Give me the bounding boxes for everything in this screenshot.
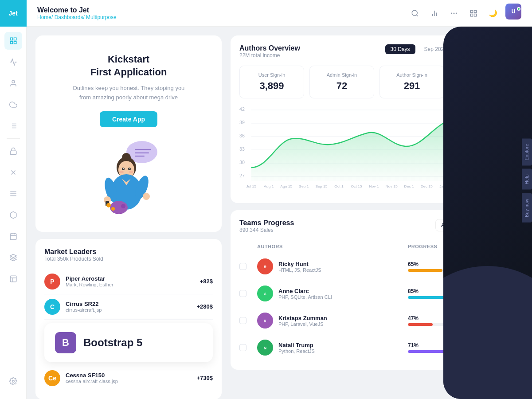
svg-point-48 <box>119 171 124 173</box>
svg-text:27: 27 <box>239 173 245 178</box>
side-label-explore[interactable]: Explore <box>522 138 532 165</box>
svg-point-42 <box>122 153 131 162</box>
author-info: Anne Clarc PHP, SQLite, Artisan CLI <box>278 288 332 300</box>
market-logo-item3: Ce <box>44 370 60 386</box>
search-icon[interactable] <box>408 6 422 20</box>
svg-rect-35 <box>474 14 477 16</box>
svg-text:Dec 15: Dec 15 <box>421 184 433 188</box>
svg-text:Aug 1: Aug 1 <box>264 184 274 188</box>
teams-subtitle: 890,344 Sales <box>239 227 294 233</box>
market-item-piper: P Piper Aerostar Mark, Rowling, Esther +… <box>44 269 213 294</box>
sidebar-divider <box>7 138 20 139</box>
author-name: Ricky Hunt <box>278 261 321 267</box>
svg-rect-1 <box>14 38 16 40</box>
market-leaders-subtitle: Total 350k Products Sold <box>44 256 213 262</box>
row-checkbox[interactable] <box>239 317 246 324</box>
breadcrumb-multipurpose: Multipurpose <box>86 14 117 20</box>
header-left: Welcome to Jet Home/ Dashboards/ Multipu… <box>37 6 117 20</box>
author-info: Kristaps Zumman PHP, Laravel, VueJS <box>278 315 327 327</box>
author-info: Natali Trump Python, ReactJS <box>278 342 315 354</box>
sidebar-icons <box>4 27 22 371</box>
svg-text:K: K <box>264 319 266 323</box>
sidebar-item-layers[interactable] <box>4 249 22 266</box>
team-author: K Kristaps Zumman PHP, Laravel, VueJS <box>257 313 408 329</box>
online-indicator <box>517 7 520 11</box>
progress-bar-fill <box>408 323 433 326</box>
market-item-item3: Ce Cessna SF150 cessna-aircraft-class.js… <box>44 366 213 391</box>
kickstart-title: KickstartFirst Application <box>90 53 167 78</box>
row-checkbox[interactable] <box>239 344 246 351</box>
breadcrumb: Home/ Dashboards/ Multipurpose <box>37 14 117 20</box>
breadcrumb-dashboards[interactable]: Dashboards/ <box>55 14 85 20</box>
settings-icon[interactable] <box>447 6 461 20</box>
logo[interactable]: Jet <box>0 0 27 27</box>
svg-point-23 <box>12 380 14 383</box>
sidebar-item-grid[interactable] <box>4 32 22 50</box>
svg-text:Oct 1: Oct 1 <box>334 184 344 188</box>
svg-text:30: 30 <box>239 160 245 165</box>
teams-title: Teams Progress <box>239 219 294 227</box>
author-tech: PHP, Laravel, VueJS <box>278 321 327 327</box>
sidebar-item-lock[interactable] <box>4 142 22 160</box>
svg-rect-34 <box>470 14 473 16</box>
svg-point-55 <box>143 193 150 200</box>
tab-30days[interactable]: 30 Days <box>385 44 415 54</box>
svg-rect-22 <box>10 276 16 282</box>
stat-user-signin: User Sign-in 3,899 <box>239 66 304 98</box>
progress-bar-fill <box>408 269 442 272</box>
svg-marker-21 <box>10 254 16 258</box>
author-name: Natali Trump <box>278 342 315 348</box>
sidebar-item-calendar[interactable] <box>4 227 22 245</box>
sidebar-item-close[interactable] <box>4 164 22 181</box>
stat-admin-signin: Admin Sign-in 72 <box>309 66 374 98</box>
content: KickstartFirst Application Outlines keep… <box>27 27 532 399</box>
svg-text:36: 36 <box>239 133 245 138</box>
create-app-button[interactable]: Create App <box>100 111 157 127</box>
svg-point-4 <box>12 80 15 83</box>
market-sub-item3: cessna-aircraft-class.jsp <box>66 379 196 384</box>
avatar: N <box>257 340 273 356</box>
main-wrapper: Welcome to Jet Home/ Dashboards/ Multipu… <box>27 0 532 399</box>
sidebar-item-gear[interactable] <box>4 372 22 390</box>
side-label-help[interactable]: Help <box>522 169 532 190</box>
author-tech: PHP, SQLite, Artisan CLI <box>278 294 332 300</box>
authors-subtitle: 22M total income <box>239 52 300 59</box>
breadcrumb-home[interactable]: Home/ <box>37 14 53 20</box>
market-info-cirrus: Cirrus SR22 cirrus-aircraft.jsp <box>66 301 196 313</box>
svg-rect-2 <box>10 42 12 44</box>
market-item-cirrus: C Cirrus SR22 cirrus-aircraft.jsp +280$ <box>44 294 213 320</box>
row-checkbox[interactable] <box>239 263 246 270</box>
sidebar-item-template[interactable] <box>4 270 22 288</box>
row-checkbox[interactable] <box>239 290 246 297</box>
sidebar-item-menu[interactable] <box>4 185 22 203</box>
svg-text:Nov 1: Nov 1 <box>369 184 379 188</box>
sidebar-item-list[interactable] <box>4 117 22 135</box>
header-right: 🌙 U <box>408 4 521 23</box>
stat-author-signin: Author Sign-in 291 <box>379 66 444 98</box>
side-label-buynow[interactable]: Buy now <box>522 193 532 223</box>
sidebar-item-chart[interactable] <box>4 53 22 71</box>
dark-mode-toggle[interactable]: 🌙 <box>486 6 500 20</box>
author-name: Kristaps Zumman <box>278 315 327 321</box>
sidebar-item-cloud[interactable] <box>4 96 22 113</box>
apps-icon[interactable] <box>466 6 481 20</box>
market-logo-piper: P <box>44 274 60 289</box>
analytics-icon[interactable] <box>427 6 442 20</box>
market-name-cirrus: Cirrus SR22 <box>66 301 196 307</box>
stat-label-user: User Sign-in <box>247 72 297 78</box>
avatar[interactable]: U <box>505 4 521 20</box>
bootstrap-text: Bootstrap 5 <box>83 336 142 349</box>
header: Welcome to Jet Home/ Dashboards/ Multipu… <box>27 0 532 27</box>
team-author: R Ricky Hunt HTML, JS, ReactJS <box>257 258 408 274</box>
svg-rect-33 <box>474 10 477 12</box>
svg-point-29 <box>454 13 454 14</box>
sidebar: Jet <box>0 0 27 399</box>
svg-text:Sep 15: Sep 15 <box>315 184 327 188</box>
svg-point-46 <box>123 168 124 169</box>
sidebar-item-box[interactable] <box>4 206 22 224</box>
page-title: Welcome to Jet <box>37 6 117 14</box>
svg-rect-0 <box>10 38 12 40</box>
market-name: Piper Aerostar <box>66 275 200 282</box>
sidebar-item-user[interactable] <box>4 74 22 92</box>
svg-text:Jul 15: Jul 15 <box>246 184 256 188</box>
